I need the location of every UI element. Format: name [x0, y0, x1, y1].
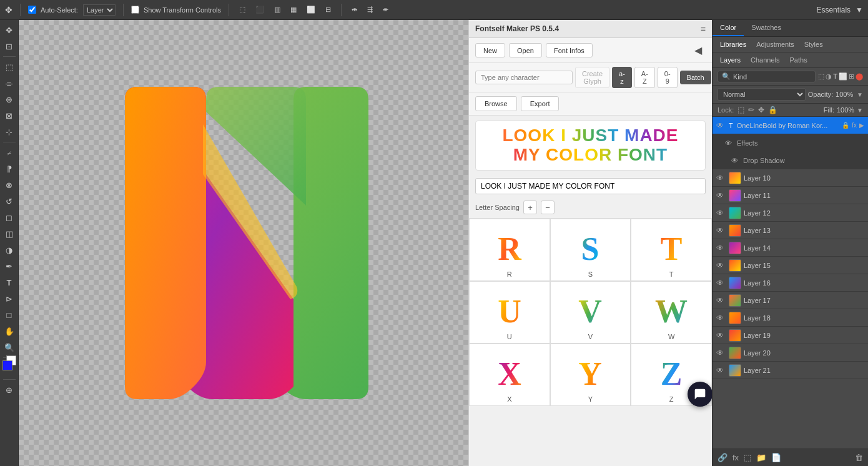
add-mask-btn[interactable]: ⬚	[742, 452, 752, 464]
color-swatches[interactable]	[2, 360, 16, 377]
align-btn-6[interactable]: ⊟	[323, 4, 333, 15]
font-infos-btn[interactable]: Font Infos	[546, 43, 593, 57]
channels-tab[interactable]: Channels	[748, 55, 782, 65]
glyph-cell-x[interactable]: X X	[469, 344, 550, 406]
glyph-cell-z[interactable]: Z Z	[631, 344, 712, 406]
move-tool[interactable]: ✥	[2, 22, 17, 37]
auto-select-checkbox[interactable]	[28, 6, 36, 14]
fg-color-swatch[interactable]	[2, 360, 12, 370]
glyph-cell-u[interactable]: U U	[469, 281, 550, 344]
layers-tab[interactable]: Layers	[718, 55, 743, 65]
layer-item-21[interactable]: 👁 Layer 21	[713, 362, 868, 379]
opacity-dropdown-icon[interactable]: ▼	[857, 91, 863, 98]
align-btn-2[interactable]: ⬛	[253, 4, 267, 15]
back-arrow-btn[interactable]: ◀	[691, 43, 706, 57]
filter-pixel-icon[interactable]: ⬚	[818, 72, 824, 81]
char-input-field[interactable]	[475, 71, 573, 84]
align-btn-4[interactable]: ▦	[288, 4, 299, 15]
lock-paint-icon[interactable]: ✏	[748, 106, 754, 114]
layer-10-vis[interactable]: 👁	[716, 174, 726, 182]
artboard-tool[interactable]: ⊡	[2, 39, 17, 54]
filter-smart-icon[interactable]: ⊞	[849, 72, 854, 81]
fill-dropdown-icon[interactable]: ▼	[857, 107, 863, 114]
swatches-tab[interactable]: Swatches	[744, 20, 789, 36]
layer-more-icon[interactable]: ▶	[859, 122, 864, 129]
glyph-cell-s[interactable]: S S	[550, 219, 631, 281]
show-transform-checkbox[interactable]	[131, 6, 139, 14]
blend-mode-select[interactable]: Normal Multiply Screen	[718, 88, 806, 101]
layer-item-13[interactable]: 👁 Layer 13	[713, 222, 868, 239]
eye-effects-icon[interactable]: 👁	[725, 139, 732, 147]
layer-item-onelinebold[interactable]: 👁 T OneLineBold by Roman Kor... 🔒 fx ▶	[713, 117, 868, 134]
text-field[interactable]	[475, 178, 706, 194]
chat-bubble[interactable]	[688, 382, 712, 407]
add-style-btn[interactable]: fx	[731, 452, 740, 464]
layer-item-16[interactable]: 👁 Layer 16	[713, 274, 868, 292]
layer-21-vis[interactable]: 👁	[716, 366, 726, 375]
filter-text-icon[interactable]: T	[833, 72, 837, 81]
paths-tab[interactable]: Paths	[787, 55, 810, 65]
layer-13-vis[interactable]: 👁	[716, 226, 726, 235]
dist-btn-3[interactable]: ⇺	[380, 4, 391, 15]
filter-toggle-icon[interactable]: ⬤	[856, 72, 863, 81]
layer-19-vis[interactable]: 👁	[716, 331, 726, 340]
layer-16-vis[interactable]: 👁	[716, 279, 726, 287]
layer-20-vis[interactable]: 👁	[716, 349, 726, 357]
az-btn[interactable]: a-z	[612, 67, 632, 88]
layer-item-20[interactable]: 👁 Layer 20	[713, 344, 868, 362]
align-btn-3[interactable]: ▥	[272, 4, 283, 15]
stamp-tool[interactable]: ⊗	[2, 177, 17, 192]
lock-transparency-icon[interactable]: ⬚	[737, 106, 744, 114]
glyph-cell-v[interactable]: V V	[550, 281, 631, 344]
glyph-cell-y[interactable]: Y Y	[550, 344, 631, 406]
new-group-btn[interactable]: 📁	[755, 452, 767, 464]
layer-search-box[interactable]: 🔍	[718, 71, 816, 82]
more-tools[interactable]: ⊕	[2, 382, 17, 397]
essentials-dropdown-icon[interactable]: ▼	[856, 6, 863, 14]
layer-select[interactable]: Layer	[83, 4, 116, 16]
layer-item-17[interactable]: 👁 Layer 17	[713, 292, 868, 309]
kind-input[interactable]	[733, 73, 758, 81]
dist-btn-2[interactable]: ⇶	[365, 4, 375, 15]
text-tool[interactable]: T	[2, 275, 17, 290]
link-layers-btn[interactable]: 🔗	[716, 452, 729, 464]
layer-vis-onelinebold[interactable]: 👁	[716, 121, 726, 130]
new-layer-btn[interactable]: 📄	[770, 452, 782, 464]
filter-shape-icon[interactable]: ⬜	[839, 72, 847, 81]
lasso-tool[interactable]: ⌯	[2, 76, 17, 91]
layer-item-12[interactable]: 👁 Layer 12	[713, 204, 868, 222]
brush-tool[interactable]: ⁋	[2, 161, 17, 176]
eye-dropshadow-icon[interactable]: 👁	[731, 157, 738, 164]
layer-18-vis[interactable]: 👁	[716, 314, 726, 322]
gradient-tool[interactable]: ◫	[2, 226, 17, 241]
spacing-minus-btn[interactable]: −	[541, 201, 555, 214]
layer-item-18[interactable]: 👁 Layer 18	[713, 309, 868, 327]
dodge-tool[interactable]: ◑	[2, 242, 17, 257]
layer-17-vis[interactable]: 👁	[716, 296, 726, 305]
num-btn[interactable]: 0-9	[658, 67, 678, 88]
layer-11-vis[interactable]: 👁	[716, 191, 726, 200]
filter-adj-icon[interactable]: ◑	[826, 72, 832, 81]
styles-tab[interactable]: Styles	[802, 39, 826, 49]
az-upper-btn[interactable]: A-Z	[634, 67, 655, 88]
pen-tool[interactable]: ✒	[2, 259, 17, 274]
eraser-tool[interactable]: ◻	[2, 210, 17, 225]
zoom-tool[interactable]: 🔍	[2, 340, 17, 355]
spacing-plus-btn[interactable]: +	[523, 201, 537, 214]
layer-item-19[interactable]: 👁 Layer 19	[713, 327, 868, 344]
batch-btn[interactable]: Batch	[680, 71, 711, 84]
layer-14-vis[interactable]: 👁	[716, 244, 726, 252]
open-btn[interactable]: Open	[509, 43, 542, 57]
layer-12-vis[interactable]: 👁	[716, 209, 726, 217]
align-btn-5[interactable]: ⬜	[304, 4, 318, 15]
layer-15-vis[interactable]: 👁	[716, 261, 726, 270]
lock-all-icon[interactable]: 🔒	[768, 106, 777, 114]
plugin-menu-btn[interactable]: ≡	[701, 24, 706, 34]
new-btn[interactable]: New	[475, 43, 505, 57]
dist-btn-1[interactable]: ⇹	[349, 4, 360, 15]
libraries-tab[interactable]: Libraries	[718, 39, 749, 49]
layer-item-15[interactable]: 👁 Layer 15	[713, 257, 868, 274]
adjustments-tab[interactable]: Adjustments	[754, 39, 797, 49]
crop-tool[interactable]: ⊠	[2, 108, 17, 123]
layer-item-14[interactable]: 👁 Layer 14	[713, 239, 868, 257]
